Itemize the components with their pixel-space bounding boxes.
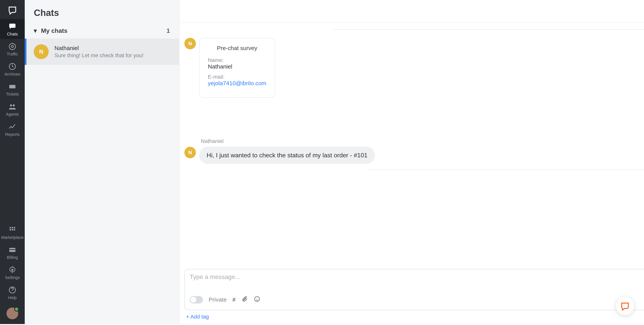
emoji-icon[interactable] (254, 296, 260, 304)
nav-settings[interactable]: Settings (0, 262, 25, 283)
nav-tickets[interactable]: Tickets (0, 79, 25, 99)
svg-point-2 (9, 43, 15, 50)
attachment-icon[interactable] (241, 296, 248, 304)
private-label: Private (209, 296, 227, 303)
chat-item-lastmsg: Sure thing! Let me check that for you! (54, 52, 144, 59)
nav-marketplace[interactable]: Marketplace (0, 222, 25, 242)
prechat-survey-card: Pre-chat survey Name: Nathaniel E-mail: … (199, 38, 275, 98)
svg-rect-11 (12, 229, 13, 230)
hash-icon[interactable]: # (232, 296, 236, 303)
private-toggle[interactable] (190, 296, 203, 303)
svg-rect-0 (9, 24, 15, 28)
livechat-widget-icon[interactable] (616, 297, 634, 315)
customer-avatar: N (184, 147, 196, 158)
agent-name-label: John G Pearson (184, 194, 644, 200)
chevron-down-icon: ▾ (34, 27, 37, 34)
survey-email-link[interactable]: yejola7410@ibrilo.com (208, 80, 266, 86)
nav-chats[interactable]: Chats (0, 19, 25, 39)
app-logo[interactable] (5, 3, 20, 17)
delivered-receipt: Delivered (184, 222, 644, 227)
svg-point-6 (13, 104, 15, 107)
nav-reports[interactable]: Reports (0, 119, 25, 139)
system-event: 04:28:30 pm BigCommerce order #101 was m… (184, 176, 644, 190)
customer-avatar: N (184, 38, 196, 49)
chat-group-count: 1 (166, 27, 170, 34)
chat-list-item[interactable]: N Nathaniel Sure thing! Let me check tha… (25, 39, 179, 65)
nav-help[interactable]: Help (0, 283, 25, 303)
agent-name-label: John G Pearson (184, 101, 644, 107)
svg-rect-12 (14, 229, 15, 230)
svg-point-1 (11, 46, 14, 48)
conversation-header: Nathaniel ••• (180, 0, 644, 23)
nav-traffic[interactable]: Traffic (0, 39, 25, 59)
svg-rect-14 (9, 249, 15, 250)
nav-archives[interactable]: Archives (0, 59, 25, 79)
chat-started-divider: Chat started: Today, 04:28 pm (184, 26, 644, 32)
svg-rect-10 (10, 229, 11, 230)
chat-list-pane: Chats ▾ My chats 1 N Nathaniel Sure thin… (25, 0, 180, 324)
current-user-avatar[interactable] (6, 307, 18, 319)
message-input[interactable] (190, 273, 644, 290)
conversation-pane: Nathaniel ••• Chat started: Today, 04:28… (180, 0, 644, 324)
nav-billing[interactable]: Billing (0, 242, 25, 263)
customer-message: Hi, I just wanted to check the status of… (199, 147, 375, 164)
chat-list-title: Chats (25, 0, 179, 23)
chat-group-mychats[interactable]: ▾ My chats 1 (25, 23, 179, 39)
primary-nav: Chats Traffic Archives Tickets Agents Re… (0, 0, 25, 324)
customer-name-label: Nathaniel (201, 138, 644, 144)
svg-rect-4 (9, 85, 15, 89)
message-composer: Private # Send (184, 269, 644, 310)
svg-point-15 (11, 269, 14, 271)
svg-rect-9 (14, 227, 15, 228)
nav-agents[interactable]: Agents (0, 99, 25, 119)
chat-item-name: Nathaniel (54, 45, 144, 52)
add-tag-link[interactable]: + Add tag (186, 314, 209, 320)
svg-rect-8 (12, 227, 13, 228)
svg-rect-7 (10, 227, 11, 228)
customer-avatar: N (34, 44, 48, 59)
svg-point-5 (10, 104, 12, 107)
read-receipt: ✓Read (184, 129, 644, 135)
svg-point-17 (254, 297, 260, 301)
svg-rect-13 (9, 248, 15, 252)
